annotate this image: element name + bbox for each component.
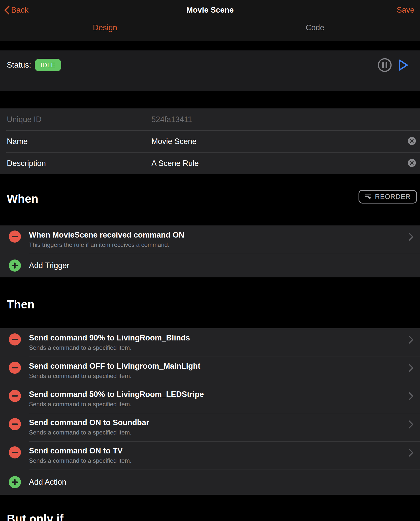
chevron-right-icon	[408, 335, 414, 345]
play-outline-icon	[396, 58, 409, 72]
then-heading: Then	[7, 298, 35, 311]
navbar: Back Movie Scene Save	[0, 0, 420, 17]
action-row[interactable]: Send command 90% to LivingRoom_Blinds Se…	[0, 328, 420, 357]
spacer	[0, 41, 420, 50]
chevron-right-icon	[408, 363, 414, 373]
reorder-label: REORDER	[375, 193, 411, 201]
unique-id-value: 524fa13411	[151, 115, 192, 124]
chevron-right-icon	[408, 420, 414, 430]
back-label: Back	[11, 6, 28, 15]
action-title: Send command ON to Soundbar	[29, 418, 402, 427]
action-title: Send command ON to TV	[29, 446, 402, 455]
form-row-description: Description A Scene Rule	[0, 152, 420, 174]
back-button[interactable]: Back	[4, 5, 28, 15]
trigger-row[interactable]: When MovieScene received command ON This…	[0, 225, 420, 254]
unique-id-label: Unique ID	[7, 115, 42, 124]
plus-circle-icon	[9, 259, 21, 272]
chevron-right-icon	[408, 392, 414, 402]
minus-circle-icon	[9, 230, 21, 243]
spacer	[0, 91, 420, 108]
minus-circle-icon	[9, 418, 21, 430]
action-row[interactable]: Send command ON to Soundbar Sends a comm…	[0, 413, 420, 441]
action-row[interactable]: Send command 50% to LivingRoom_LEDStripe…	[0, 385, 420, 413]
action-row[interactable]: Send command ON to TV Sends a command to…	[0, 441, 420, 470]
action-title: Send command 90% to LivingRoom_Blinds	[29, 333, 402, 342]
when-section-header: When REORDER	[0, 174, 420, 225]
chevron-right-icon	[408, 448, 414, 458]
triggers-card: When MovieScene received command ON This…	[0, 225, 420, 277]
minus-circle-icon	[9, 446, 21, 458]
add-trigger-button[interactable]: Add Trigger	[0, 254, 420, 277]
form-row-unique-id: Unique ID 524fa13411	[0, 108, 420, 130]
tab-code[interactable]: Code	[210, 23, 420, 32]
delete-action-button[interactable]	[9, 362, 21, 375]
clear-circle-icon	[408, 137, 416, 145]
when-heading: When	[7, 192, 38, 206]
save-button[interactable]: Save	[397, 6, 414, 15]
then-section-header: Then	[0, 277, 420, 328]
delete-action-button[interactable]	[9, 446, 21, 459]
status-badge: IDLE	[35, 59, 61, 71]
chevron-left-icon	[4, 5, 10, 15]
add-action-button[interactable]: Add Action	[0, 470, 420, 495]
delete-action-button[interactable]	[9, 333, 21, 346]
action-subtitle: Sends a command to a specified item.	[29, 429, 402, 436]
but-only-if-heading: But only if	[7, 512, 63, 521]
action-subtitle: Sends a command to a specified item.	[29, 372, 402, 380]
name-label: Name	[7, 137, 28, 146]
add-trigger-label: Add Trigger	[29, 261, 69, 270]
reorder-icon	[365, 194, 372, 200]
chevron-right-icon	[408, 232, 414, 242]
description-field[interactable]: A Scene Rule	[151, 159, 199, 168]
description-clear-button[interactable]	[408, 159, 416, 168]
delete-trigger-button[interactable]	[9, 230, 21, 244]
reorder-button[interactable]: REORDER	[359, 190, 417, 204]
pause-button[interactable]	[378, 58, 392, 72]
delete-action-button[interactable]	[9, 390, 21, 403]
delete-action-button[interactable]	[9, 418, 21, 431]
minus-circle-icon	[9, 333, 21, 345]
description-label: Description	[7, 159, 46, 168]
status-label: Status:	[7, 61, 31, 70]
action-subtitle: Sends a command to a specified item.	[29, 401, 402, 408]
name-field[interactable]: Movie Scene	[151, 137, 197, 146]
action-title: Send command 50% to LivingRoom_LEDStripe	[29, 390, 402, 399]
trigger-subtitle: This triggers the rule if an item receiv…	[29, 241, 402, 248]
add-action-label: Add Action	[29, 478, 66, 487]
minus-circle-icon	[9, 390, 21, 402]
tab-bar: Design Code	[0, 23, 420, 32]
plus-circle-icon	[9, 476, 21, 488]
page-title: Movie Scene	[0, 4, 420, 17]
actions-card: Send command 90% to LivingRoom_Blinds Se…	[0, 328, 420, 495]
rule-form: Unique ID 524fa13411 Name Movie Scene De…	[0, 108, 420, 174]
but-only-if-section-header: But only if	[0, 495, 420, 521]
trigger-title: When MovieScene received command ON	[29, 230, 402, 240]
status-section: Status: IDLE	[0, 50, 420, 91]
action-subtitle: Sends a command to a specified item.	[29, 344, 402, 351]
pause-circle-icon	[378, 58, 392, 72]
action-subtitle: Sends a command to a specified item.	[29, 457, 402, 464]
play-button[interactable]	[396, 58, 409, 72]
tab-design[interactable]: Design	[0, 23, 210, 32]
action-row[interactable]: Send command OFF to Livingroom_MainLight…	[0, 357, 420, 385]
minus-circle-icon	[9, 362, 21, 374]
name-clear-button[interactable]	[408, 137, 416, 146]
rule-editor-page: Back Movie Scene Save Design Code Status…	[0, 0, 420, 521]
action-title: Send command OFF to Livingroom_MainLight	[29, 362, 402, 371]
clear-circle-icon	[408, 159, 416, 167]
header: Back Movie Scene Save Design Code	[0, 0, 420, 41]
form-row-name: Name Movie Scene	[0, 130, 420, 152]
